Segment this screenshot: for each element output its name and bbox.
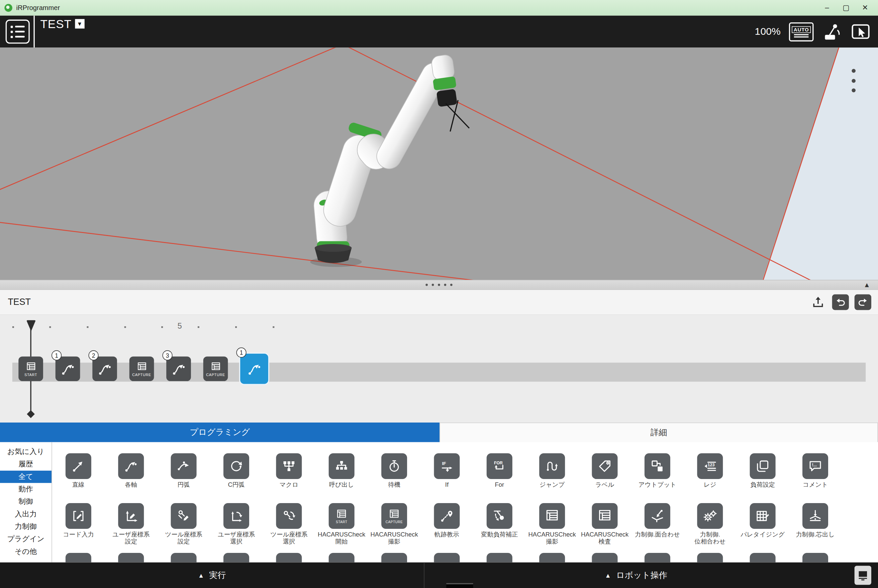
palette-item-r1-c8[interactable]: IFIf (421, 453, 473, 488)
palette-item-r2-c9[interactable]: 変動負荷補正 (473, 503, 526, 544)
sidebar-item-all[interactable]: 全て (0, 470, 51, 483)
palette-item-r3-c7[interactable] (368, 553, 421, 562)
palette-item-r1-c15[interactable]: !...コメント (789, 453, 842, 488)
palette-icon-box (329, 453, 355, 479)
palette-icon-box (381, 453, 407, 479)
maximize-button[interactable]: ▢ (836, 1, 855, 14)
palette-item-r3-c13[interactable] (684, 553, 736, 562)
palette-item-r2-c2[interactable]: ユーザ座標系設定 (105, 503, 157, 544)
sidebar-item-history[interactable]: 履歴 (0, 458, 51, 470)
palette-item-r3-c9[interactable] (473, 553, 526, 562)
palette-item-label: ツール座標系選択 (270, 531, 307, 544)
palette-item-label: For (495, 482, 504, 488)
sidebar-item-force[interactable]: 力制御 (0, 520, 51, 533)
palette-item-r2-c10[interactable]: HACARUSCheck撮影 (526, 503, 578, 544)
palette-item-r3-c1[interactable] (52, 553, 105, 562)
minimize-button[interactable]: – (818, 1, 836, 14)
3d-scene[interactable] (0, 48, 878, 280)
palette-item-r1-c4[interactable]: C円弧 (210, 453, 263, 488)
palette-item-r1-c9[interactable]: FORFor (473, 453, 526, 488)
robot-operate-drawer-button[interactable]: ▲ ロボット操作 (424, 562, 848, 588)
palette-item-r3-c6[interactable] (316, 553, 368, 562)
palette-item-r3-c8[interactable] (421, 553, 473, 562)
sidebar-item-control[interactable]: 制御 (0, 495, 51, 508)
palette-item-r1-c13[interactable]: 123レジ (684, 453, 736, 488)
viewport-3d[interactable] (0, 48, 878, 280)
palette-item-r2-c3[interactable]: ツール座標系設定 (157, 503, 210, 544)
palette-item-label: ラベル (595, 482, 615, 488)
code-input-icon (71, 509, 86, 524)
palette-item-label: 呼び出し (329, 482, 354, 488)
menu-button[interactable] (6, 20, 30, 44)
timeline-block-capture-3[interactable]: CAPTURE (129, 356, 154, 381)
palette-item-r3-c14[interactable] (736, 553, 789, 562)
playhead-pin[interactable] (26, 320, 36, 331)
execute-drawer-button[interactable]: ▲ 実行 (0, 562, 424, 588)
sidebar-item-io[interactable]: 入出力 (0, 508, 51, 520)
jog-pendant-button[interactable] (822, 21, 842, 42)
palette-item-r3-c5[interactable] (263, 553, 315, 562)
palette-item-r1-c1[interactable]: 直線 (52, 453, 105, 488)
palette-item-r2-c13[interactable]: 力制御.位相合わせ (684, 503, 736, 544)
palette-item-r1-c7[interactable]: 待機 (368, 453, 421, 488)
close-button[interactable]: ✕ (855, 1, 875, 14)
palette-item-r1-c11[interactable]: ラベル (578, 453, 631, 488)
program-selector[interactable]: TEST ▼ (33, 16, 84, 48)
palette-item-r1-c6[interactable]: 呼び出し (316, 453, 368, 488)
export-button[interactable] (810, 294, 827, 310)
palette-item-r3-c2[interactable] (105, 553, 157, 562)
palette-item-r2-c5[interactable]: ツール座標系選択 (263, 503, 315, 544)
palette-item-r1-c3[interactable]: 円弧 (157, 453, 210, 488)
redo-button[interactable] (855, 294, 871, 310)
timeline-block-capture-5[interactable]: CAPTURE (203, 356, 228, 381)
palette-item-r2-c4[interactable]: ユーザ座標系選択 (210, 503, 263, 544)
palette-icon-box (645, 453, 670, 479)
sidebar-item-other[interactable]: その他 (0, 545, 51, 558)
palette-item-label: If (445, 482, 448, 488)
palette-item-r1-c2[interactable]: 各軸 (105, 453, 157, 488)
palette-item-r1-c14[interactable]: 負荷設定 (736, 453, 789, 488)
sidebar-item-motion[interactable]: 動作 (0, 483, 51, 495)
program-timeline[interactable]: 5 START12CAPTURE3CAPTURE1 (0, 315, 878, 423)
palette-item-r3-c15[interactable] (789, 553, 842, 562)
palette-item-r3-c10[interactable] (526, 553, 578, 562)
palette-item-r2-c11[interactable]: HACARUSCheck検査 (578, 503, 631, 544)
palette-item-r3-c12[interactable] (631, 553, 684, 562)
palette-item-r2-c1[interactable]: コード入力 (52, 503, 105, 544)
timeline-block-motion-1[interactable]: 1 (56, 356, 80, 381)
playhead-end (27, 410, 35, 418)
palette-item-r3-c11[interactable] (578, 553, 631, 562)
palette-item-r3-c4[interactable] (210, 553, 263, 562)
virtual-keyboard-button[interactable] (855, 566, 871, 585)
tab-details[interactable]: 詳細 (439, 423, 878, 442)
grid-icon (389, 508, 400, 519)
palette-item-r2-c14[interactable]: パレタイジング (736, 503, 789, 544)
palette-item-r2-c12[interactable]: 力制御.面合わせ (631, 503, 684, 544)
sidebar-item-plugin[interactable]: プラグイン (0, 533, 51, 545)
palette-item-r1-c5[interactable]: マクロ (263, 453, 315, 488)
timeline-block-motion-4[interactable]: 3 (166, 356, 191, 381)
palette-item-r2-c8[interactable]: 軌跡教示 (421, 503, 473, 544)
palette-item-r2-c15[interactable]: 力制御.芯出し (789, 503, 842, 544)
undo-icon (834, 296, 846, 309)
viewport-menu-button[interactable] (849, 68, 857, 94)
viewport-splitter[interactable]: ▲ (0, 280, 878, 290)
palette-item-r2-c7[interactable]: CAPTUREHACARUSCheck撮影 (368, 503, 421, 544)
palette-item-r1-c10[interactable]: ジャンプ (526, 453, 578, 488)
call-icon (334, 459, 349, 474)
zoom-level[interactable]: 100% (755, 26, 781, 38)
collapse-up-icon[interactable]: ▲ (864, 281, 870, 288)
menu-icon (11, 35, 25, 38)
palette-item-r1-c12[interactable]: アウトプット (631, 453, 684, 488)
palette-item-r2-c6[interactable]: STARTHACARUSCheck開始 (316, 503, 368, 544)
timeline-block-start-0[interactable]: START (18, 356, 43, 381)
tab-programming[interactable]: プログラミング (0, 423, 439, 442)
touch-operate-button[interactable] (851, 21, 870, 42)
motion-path-icon (60, 362, 75, 376)
timeline-block-motion-2[interactable]: 2 (92, 356, 117, 381)
palette-item-r3-c3[interactable] (157, 553, 210, 562)
timeline-block-motion-6[interactable]: 1 (240, 354, 268, 384)
sidebar-item-favorites[interactable]: お気に入り (0, 446, 51, 458)
undo-button[interactable] (832, 294, 849, 310)
auto-mode-button[interactable]: AUTO (789, 22, 814, 41)
